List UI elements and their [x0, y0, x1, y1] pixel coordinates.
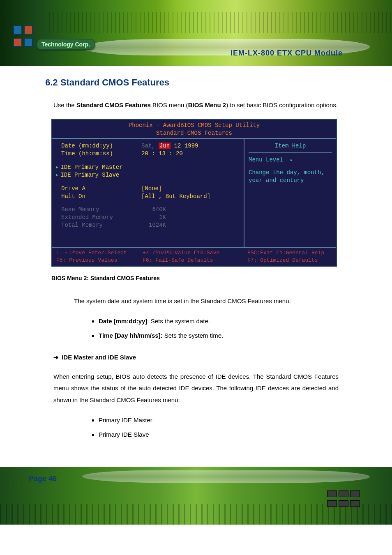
bios-right-pane: Item Help Menu Level ▸ Change the day, m… [244, 139, 336, 247]
bios-footer-hint: ESC:Exit F1:General Help [247, 249, 333, 257]
page-header: Technology Corp. IEM-LX-800 ETX CPU Modu… [0, 0, 392, 66]
bios-body: Date (mm:dd:yy) Sat, Jun 12 1999 Time (h… [52, 138, 336, 248]
sub-heading: ➔ IDE Master and IDE Slave [53, 352, 339, 364]
bios-footer-hint: F7: Optimized Defaults [247, 257, 333, 264]
intro-paragraph: Use the Standard CMOS Features BIOS menu… [53, 99, 339, 111]
triangle-icon: ▸ [55, 171, 60, 179]
text: : Sets the system date. [147, 318, 210, 325]
section-heading: 6.2 Standard CMOS Features [45, 74, 339, 91]
bios-footer-hint: F5: Previous Values [56, 257, 143, 264]
text: 12 1999 [171, 143, 198, 149]
document-title: IEM-LX-800 ETX CPU Module [231, 49, 343, 58]
bios-footer-hint: F6: Fail-Safe Defaults [143, 257, 247, 264]
page-footer: Page 46 [0, 467, 392, 525]
bios-left-pane: Date (mm:dd:yy) Sat, Jun 12 1999 Time (h… [52, 139, 244, 247]
bios-field-date-value: Sat, Jun 12 1999 [141, 142, 198, 150]
page-number: Page 46 [29, 474, 57, 483]
paragraph: The system date and system time is set i… [74, 295, 339, 307]
section-number: 6.2 [45, 77, 58, 88]
bios-footer-hint: ↑↓→←:Move Enter:Select [56, 249, 143, 257]
bios-field-date-label: Date (mm:dd:yy) [61, 142, 141, 150]
text-bold: Time [Day hh/mm/ss]: [99, 332, 163, 339]
arrow-right-icon: ➔ [53, 352, 60, 364]
text-highlight: Jun [159, 143, 171, 149]
list-item: Primary IDE Master [99, 413, 339, 428]
page-content: 6.2 Standard CMOS Features Use the Stand… [0, 66, 392, 467]
figure-caption: BIOS Menu 2: Standard CMOS Features [51, 273, 339, 284]
arrow-right-icon: ▸ [290, 157, 293, 163]
bios-field-halton-label: Halt On [61, 193, 141, 200]
footer-decor-swoosh [80, 470, 372, 483]
paragraph: When entering setup, BIOS auto detects t… [53, 371, 339, 406]
bios-field-drivea-value: [None] [141, 185, 162, 193]
bios-field-totmem-label: Total Memory [61, 221, 141, 229]
text-bold: Date [mm:dd:yy] [99, 318, 147, 325]
bios-screenshot: Phoenix - AwardBIOS CMOS Setup Utility S… [51, 119, 337, 267]
bios-field-drivea-label: Drive A [61, 185, 141, 193]
bios-menu-level: Menu Level ▸ [249, 156, 332, 164]
bios-title: Phoenix - AwardBIOS CMOS Setup Utility [52, 120, 336, 129]
bios-item-ide-slave: IDE Primary Slave [60, 171, 119, 179]
bios-footer: ↑↓→←:Move Enter:Select F5: Previous Valu… [52, 248, 336, 266]
triangle-icon: ▸ [55, 164, 60, 171]
text: BIOS menu ( [151, 101, 188, 108]
bios-item-help-header: Item Help [249, 142, 332, 153]
bios-footer-hint: +/-/PU/PD:Value F10:Save [143, 249, 247, 257]
header-decor-circuits [49, 12, 392, 33]
text: Menu Level [249, 157, 283, 163]
text: Sets the system time. [163, 332, 224, 339]
text-bold: BIOS Menu 2 [188, 101, 226, 108]
bios-field-time-value: 20 : 13 : 20 [141, 150, 183, 158]
bios-field-totmem-value: 1024K [141, 221, 166, 229]
section-title: Standard CMOS Features [60, 77, 169, 88]
bios-field-time-label: Time (hh:mm:ss) [61, 150, 141, 158]
bios-help-text: Change the day, month, [249, 169, 332, 177]
text: ) to set basic BIOS configuration option… [226, 101, 338, 108]
text: Use the [53, 101, 76, 108]
text-bold: Standard CMOS Features [76, 101, 151, 108]
bios-help-text: year and century [249, 177, 332, 184]
bios-item-ide-master: IDE Primary Master [60, 164, 122, 171]
bios-field-basemem-label: Base Memory [61, 206, 141, 214]
bios-field-basemem-value: 640K [141, 206, 166, 214]
text: Sat, [141, 143, 159, 149]
list-item: Date [mm:dd:yy]: Sets the system date. [99, 314, 339, 329]
sub-heading-text: IDE Master and IDE Slave [62, 354, 136, 361]
bios-field-extmem-label: Extended Memory [61, 214, 141, 221]
bullet-list: Date [mm:dd:yy]: Sets the system date. T… [99, 314, 339, 343]
brand-badge: Technology Corp. [37, 39, 95, 50]
bios-subtitle: Standard CMOS Features [52, 129, 336, 138]
bios-field-extmem-value: 1K [141, 214, 166, 221]
footer-decor-blocks [326, 490, 376, 510]
bullet-list: Primary IDE Master Primary IDE Slave [99, 413, 339, 442]
list-item: Time [Day hh/mm/ss]: Sets the system tim… [99, 329, 339, 343]
bios-field-halton-value: [All , But Keyboard] [141, 193, 210, 200]
list-item: Primary IDE Slave [99, 428, 339, 442]
